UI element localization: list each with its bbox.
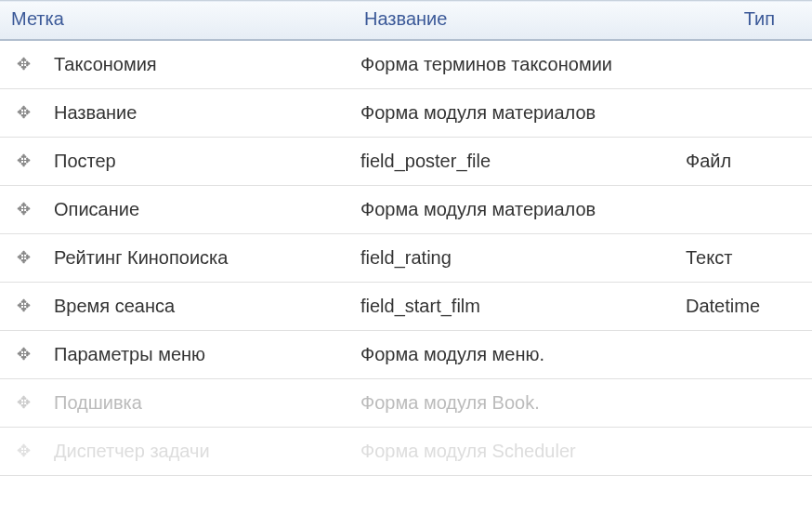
- drag-handle[interactable]: ✥: [0, 283, 46, 331]
- drag-handle[interactable]: ✥: [0, 234, 46, 283]
- header-type[interactable]: Тип: [678, 1, 812, 41]
- move-icon: ✥: [17, 152, 31, 169]
- row-label: Описание: [46, 186, 353, 234]
- row-label: Рейтинг Кинопоиска: [46, 234, 353, 283]
- row-type: [678, 331, 812, 379]
- drag-handle[interactable]: ✥: [0, 428, 46, 476]
- row-type: [678, 186, 812, 234]
- table-row: ✥ТаксономияФорма терминов таксономии: [0, 40, 812, 89]
- move-icon: ✥: [17, 201, 31, 218]
- header-label[interactable]: Метка: [0, 1, 353, 41]
- table-row: ✥Параметры менюФорма модуля меню.: [0, 331, 812, 379]
- move-icon: ✥: [17, 442, 31, 459]
- row-name: Форма модуля Scheduler: [353, 428, 678, 476]
- row-label: Время сеанса: [46, 283, 353, 331]
- table-row: ✥ПодшивкаФорма модуля Book.: [0, 379, 812, 428]
- table-row: ✥Диспетчер задачиФорма модуля Scheduler: [0, 428, 812, 476]
- drag-handle[interactable]: ✥: [0, 331, 46, 379]
- table-row: ✥Время сеансаfield_start_filmDatetime: [0, 283, 812, 331]
- row-type: [678, 89, 812, 138]
- move-icon: ✥: [17, 56, 31, 73]
- row-name: field_rating: [353, 234, 678, 283]
- drag-handle[interactable]: ✥: [0, 379, 46, 428]
- row-label: Таксономия: [46, 40, 353, 89]
- table-row: ✥ОписаниеФорма модуля материалов: [0, 186, 812, 234]
- row-type: Текст: [678, 234, 812, 283]
- row-type: Файл: [678, 138, 812, 186]
- move-icon: ✥: [17, 297, 31, 314]
- row-name: Форма терминов таксономии: [353, 40, 678, 89]
- row-label: Параметры меню: [46, 331, 353, 379]
- table-row: ✥Постерfield_poster_fileФайл: [0, 138, 812, 186]
- row-label: Название: [46, 89, 353, 138]
- row-name: Форма модуля материалов: [353, 89, 678, 138]
- drag-handle[interactable]: ✥: [0, 138, 46, 186]
- row-name: Форма модуля Book.: [353, 379, 678, 428]
- row-type: Datetime: [678, 283, 812, 331]
- row-label: Диспетчер задачи: [46, 428, 353, 476]
- row-name: Форма модуля материалов: [353, 186, 678, 234]
- move-icon: ✥: [17, 104, 31, 121]
- drag-handle[interactable]: ✥: [0, 186, 46, 234]
- row-type: [678, 428, 812, 476]
- row-label: Подшивка: [46, 379, 353, 428]
- row-name: Форма модуля меню.: [353, 331, 678, 379]
- row-name: field_poster_file: [353, 138, 678, 186]
- table-row: ✥НазваниеФорма модуля материалов: [0, 89, 812, 138]
- drag-handle[interactable]: ✥: [0, 40, 46, 89]
- row-type: [678, 40, 812, 89]
- drag-handle[interactable]: ✥: [0, 89, 46, 138]
- move-icon: ✥: [17, 249, 31, 266]
- table-header-row: Метка Название Тип: [0, 1, 812, 41]
- move-icon: ✥: [17, 394, 31, 411]
- row-name: field_start_film: [353, 283, 678, 331]
- move-icon: ✥: [17, 346, 31, 363]
- row-label: Постер: [46, 138, 353, 186]
- row-type: [678, 379, 812, 428]
- header-name[interactable]: Название: [353, 1, 678, 41]
- fields-table: Метка Название Тип ✥ТаксономияФорма терм…: [0, 0, 812, 476]
- table-row: ✥Рейтинг Кинопоискаfield_ratingТекст: [0, 234, 812, 283]
